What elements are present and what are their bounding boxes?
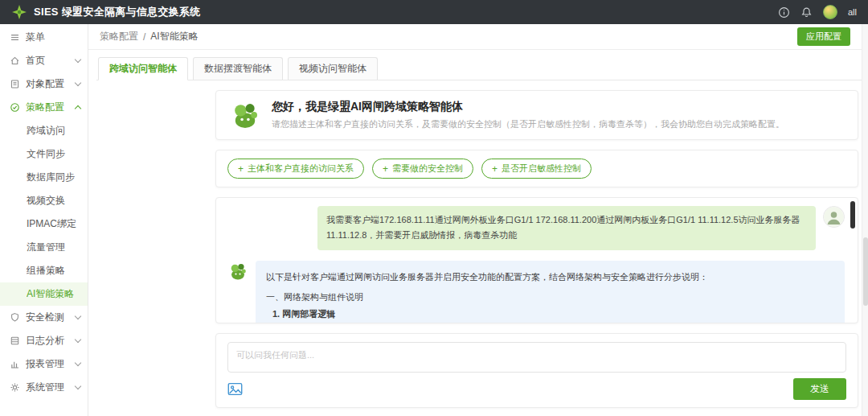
chat-user-avatar: [823, 206, 845, 228]
document-icon: [10, 79, 20, 89]
bot-line: 外板业务口（G1/1）：连接客户端网络（172.168.11.0/24），IP …: [283, 323, 834, 323]
username-label: all: [848, 7, 857, 17]
send-button[interactable]: 发送: [793, 378, 846, 400]
chevron-down-icon: [75, 56, 81, 63]
user-message-bubble: 我需要客户端172.168.11.11通过网闸外板业务口G1/1 172.168…: [317, 206, 816, 250]
tab-data-ferry-agent[interactable]: 数据摆渡智能体: [193, 57, 283, 80]
sidebar-item-security-detection[interactable]: 安全检测: [0, 306, 88, 329]
apply-config-button[interactable]: 应用配置: [797, 27, 850, 46]
page-scrollbar-thumb[interactable]: [863, 237, 868, 306]
sidebar-item-traffic-management[interactable]: 流量管理: [0, 236, 88, 259]
bot-section-heading: 一、网络架构与组件说明: [266, 289, 834, 305]
sidebar-item-database-sync[interactable]: 数据库同步: [0, 166, 88, 189]
breadcrumb: 策略配置 / AI智能策略: [100, 30, 199, 43]
breadcrumb-current: AI智能策略: [150, 30, 198, 43]
sidebar-menu-label: 菜单: [26, 31, 80, 44]
breadcrumb-parent[interactable]: 策略配置: [100, 30, 138, 43]
chat-input[interactable]: [227, 342, 846, 373]
sidebar-item-video-exchange[interactable]: 视频交换: [0, 189, 88, 212]
page-scrollbar[interactable]: [862, 24, 868, 416]
app-header: SIES 绿盟安全隔离与信息交换系统 all: [0, 0, 868, 24]
sidebar-item-ai-policy[interactable]: AI智能策略: [0, 282, 88, 306]
quick-action-sensitivity-control[interactable]: + 是否开启敏感性控制: [481, 159, 592, 179]
bot-message-row: 以下是针对客户端通过网闸访问业务服务器并启用安全功能的配置方案，结合网络架构与安…: [227, 261, 845, 324]
bell-icon[interactable]: [800, 6, 813, 19]
bot-line: 以下是针对客户端通过网闸访问业务服务器并启用安全功能的配置方案，结合网络架构与安…: [266, 269, 834, 285]
quick-action-security-control[interactable]: + 需要做的安全控制: [372, 159, 473, 179]
plus-icon: +: [383, 163, 388, 175]
welcome-text: 您好，我是绿盟AI网闸跨域策略智能体 请您描述主体和客户直接的访问关系，及需要做…: [272, 100, 784, 130]
composer-card: 发送: [215, 333, 858, 408]
breadcrumb-bar: 策略配置 / AI智能策略 应用配置: [88, 24, 862, 50]
welcome-title: 您好，我是绿盟AI网闸跨域策略智能体: [272, 100, 784, 114]
bot-avatar-icon: [229, 99, 261, 131]
sidebar-menu-toggle[interactable]: 菜单: [0, 26, 88, 49]
quick-action-access-relation[interactable]: + 主体和客户直接的访问关系: [227, 159, 364, 179]
sidebar-item-file-sync[interactable]: 文件同步: [0, 142, 88, 166]
gear-icon: [10, 382, 20, 393]
sidebar-item-system-management[interactable]: 系统管理: [0, 376, 88, 399]
sidebar-item-ipmac-binding[interactable]: IPMAC绑定: [0, 212, 88, 236]
sidebar-item-multicast-policy[interactable]: 组播策略: [0, 259, 88, 282]
sidebar-item-log-analysis[interactable]: 日志分析: [0, 329, 88, 352]
chat-scrollbar[interactable]: [850, 201, 855, 319]
shield-icon: [10, 312, 20, 323]
sidebar-item-cross-domain-access[interactable]: 跨域访问: [0, 119, 88, 142]
quick-actions-card: + 主体和客户直接的访问关系 + 需要做的安全控制 + 是否开启敏感性控制: [215, 150, 858, 187]
content-column: 您好，我是绿盟AI网闸跨域策略智能体 请您描述主体和客户直接的访问关系，及需要做…: [215, 90, 858, 408]
chevron-up-icon: [75, 105, 81, 112]
sidebar: 菜单 首页 对象配置 策略配置 跨域访问 文件同步: [0, 24, 88, 416]
list-icon: [10, 336, 20, 346]
tab-video-access-agent[interactable]: 视频访问智能体: [288, 57, 378, 80]
agent-tabs: 跨域访问智能体 数据摆渡智能体 视频访问智能体: [96, 57, 862, 80]
sidebar-item-policy-config[interactable]: 策略配置: [0, 96, 88, 119]
plus-icon: +: [238, 163, 244, 175]
tab-cross-domain-agent[interactable]: 跨域访问智能体: [98, 57, 188, 80]
app-logo-icon: [11, 4, 27, 20]
sidebar-item-object-config[interactable]: 对象配置: [0, 72, 88, 96]
hamburger-icon: [10, 32, 20, 43]
app-title: SIES 绿盟安全隔离与信息交换系统: [34, 5, 201, 19]
composer-toolbar: 发送: [227, 378, 846, 400]
bot-numbered-item: 1. 网闸部署逻辑: [272, 306, 834, 322]
welcome-card: 您好，我是绿盟AI网闸跨域策略智能体 请您描述主体和客户直接的访问关系，及需要做…: [215, 90, 858, 140]
chat-scrollbar-thumb[interactable]: [850, 201, 855, 229]
user-message-row: 我需要客户端172.168.11.11通过网闸外板业务口G1/1 172.168…: [227, 206, 845, 250]
home-icon: [10, 56, 20, 66]
chevron-down-icon: [75, 383, 81, 389]
breadcrumb-separator: /: [143, 31, 145, 43]
welcome-subtitle: 请您描述主体和客户直接的访问关系，及需要做的安全控制（是否开启敏感性控制，病毒查…: [272, 118, 784, 130]
check-circle-icon: [10, 102, 20, 113]
main-area: 策略配置 / AI智能策略 应用配置 跨域访问智能体 数据摆渡智能体 视频访问智…: [88, 24, 868, 416]
bot-avatar-icon: [227, 261, 248, 282]
chevron-down-icon: [75, 336, 81, 343]
content-panel: 跨域访问智能体 数据摆渡智能体 视频访问智能体 您好，我是绿盟AI网闸跨域策略智…: [88, 50, 862, 416]
user-avatar[interactable]: [823, 5, 837, 19]
chevron-down-icon: [75, 80, 81, 86]
info-icon[interactable]: [778, 6, 790, 19]
chevron-down-icon: [75, 313, 81, 319]
bot-message-bubble: 以下是针对客户端通过网闸访问业务服务器并启用安全功能的配置方案，结合网络架构与安…: [256, 261, 845, 324]
image-upload-icon[interactable]: [227, 382, 243, 396]
bar-chart-icon: [10, 359, 20, 369]
sidebar-item-home[interactable]: 首页: [0, 49, 88, 72]
chevron-down-icon: [75, 360, 81, 366]
chat-history: 我需要客户端172.168.11.11通过网闸外板业务口G1/1 172.168…: [215, 197, 858, 323]
plus-icon: +: [492, 163, 497, 175]
sidebar-item-report-management[interactable]: 报表管理: [0, 352, 88, 376]
